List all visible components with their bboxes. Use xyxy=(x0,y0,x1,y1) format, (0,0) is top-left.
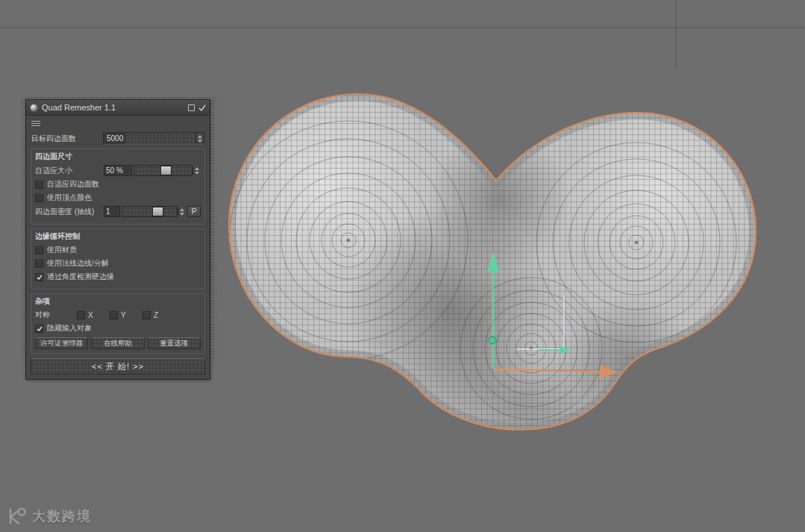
quad-size-group-title: 四边面尺寸 xyxy=(35,151,201,162)
paint-density-button[interactable]: P xyxy=(187,206,201,217)
undock-window-icon[interactable] xyxy=(188,104,195,111)
symmetry-y-label: Y xyxy=(121,311,126,319)
detect-hard-edges-label: 通过角度检测硬边缘 xyxy=(47,272,114,282)
spinner-icon[interactable] xyxy=(192,167,201,175)
watermark-text: 大数跨境 xyxy=(32,507,92,525)
symmetry-x-checkbox[interactable] xyxy=(77,311,85,319)
hide-input-object-checkbox[interactable] xyxy=(35,325,43,333)
symmetry-z-label: Z xyxy=(154,311,158,319)
use-materials-label: 使用材质 xyxy=(47,245,77,255)
quad-remesher-dialog: Quad Remesher 1.1 目标四边面数 5000 四边面尺寸 自适应大… xyxy=(25,99,210,380)
target-quad-count-label: 目标四边面数 xyxy=(31,134,103,144)
adaptive-size-slider-handle[interactable] xyxy=(160,166,172,175)
target-quad-count-drag-area[interactable] xyxy=(126,133,195,144)
use-vertex-colors-checkbox[interactable] xyxy=(35,194,43,202)
quad-density-slider[interactable] xyxy=(122,206,178,217)
checkmark-icon xyxy=(37,275,43,280)
symmetry-label: 对称 xyxy=(35,310,77,320)
gizmo-center-handle[interactable] xyxy=(489,337,496,344)
spinner-icon[interactable] xyxy=(178,208,186,216)
target-quad-count-field[interactable]: 5000 xyxy=(103,132,204,145)
dialog-title: Quad Remesher 1.1 xyxy=(42,103,184,112)
use-normals-splitting-label: 使用法线边线/分解 xyxy=(47,258,109,269)
misc-group: 杂项 对称 X Y Z 隐藏输 xyxy=(31,293,205,354)
use-vertex-colors-label: 使用顶点颜色 xyxy=(47,193,92,203)
online-help-button[interactable]: 在线帮助 xyxy=(91,337,144,349)
adaptive-quad-count-checkbox[interactable] xyxy=(35,181,43,189)
edge-loops-group: 边缘循环控制 使用材质 使用法线边线/分解 通过角度检测硬边缘 xyxy=(31,228,205,290)
adaptive-size-value[interactable]: 50 % xyxy=(104,165,132,176)
checkmark-icon xyxy=(37,326,43,331)
license-manager-button[interactable]: 许可证管理器 xyxy=(35,337,88,349)
quad-density-label: 四边面密度 (抽线) xyxy=(35,207,104,217)
watermark-logo-icon xyxy=(7,507,27,526)
detect-hard-edges-checkbox[interactable] xyxy=(35,273,43,281)
quad-density-value[interactable]: 1 xyxy=(104,206,120,217)
hide-input-object-label: 隐藏输入对象 xyxy=(47,323,92,334)
menu-icon[interactable] xyxy=(31,121,40,126)
use-normals-splitting-checkbox[interactable] xyxy=(35,260,43,268)
remesh-start-button[interactable]: << 开 始! >> xyxy=(31,358,205,375)
edge-loops-group-title: 边缘循环控制 xyxy=(35,231,201,242)
dialog-stipple-shadow: Quad Remesher 1.1 目标四边面数 5000 四边面尺寸 自适应大… xyxy=(21,96,216,360)
symmetry-z-checkbox[interactable] xyxy=(142,311,151,319)
adaptive-size-slider[interactable] xyxy=(134,165,192,176)
target-quad-count-value: 5000 xyxy=(104,134,126,143)
quad-density-slider-handle[interactable] xyxy=(152,207,163,216)
symmetry-x-label: X xyxy=(88,311,93,319)
pin-check-icon[interactable] xyxy=(198,104,206,111)
misc-group-title: 杂项 xyxy=(35,296,201,307)
use-materials-checkbox[interactable] xyxy=(35,246,43,254)
watermark: 大数跨境 xyxy=(7,507,92,526)
reset-options-button[interactable]: 重置选项 xyxy=(148,337,201,349)
symmetry-y-checkbox[interactable] xyxy=(110,311,118,319)
spinner-icon[interactable] xyxy=(195,133,204,144)
dialog-titlebar[interactable]: Quad Remesher 1.1 xyxy=(26,100,210,116)
adaptive-size-label: 自适应大小 xyxy=(35,166,104,176)
adaptive-quad-count-label: 自适应四边面数 xyxy=(47,179,99,190)
quad-remesher-logo-icon xyxy=(30,104,38,112)
quad-size-group: 四边面尺寸 自适应大小 50 % 自适应四边面数 使用顶点颜色 四边面密度 (抽… xyxy=(31,148,205,225)
